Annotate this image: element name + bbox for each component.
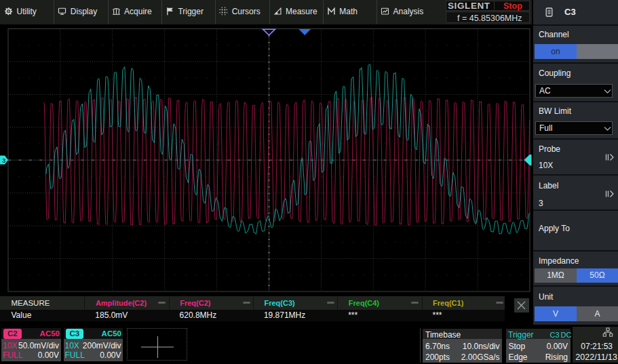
svg-text:3: 3: [2, 157, 5, 164]
